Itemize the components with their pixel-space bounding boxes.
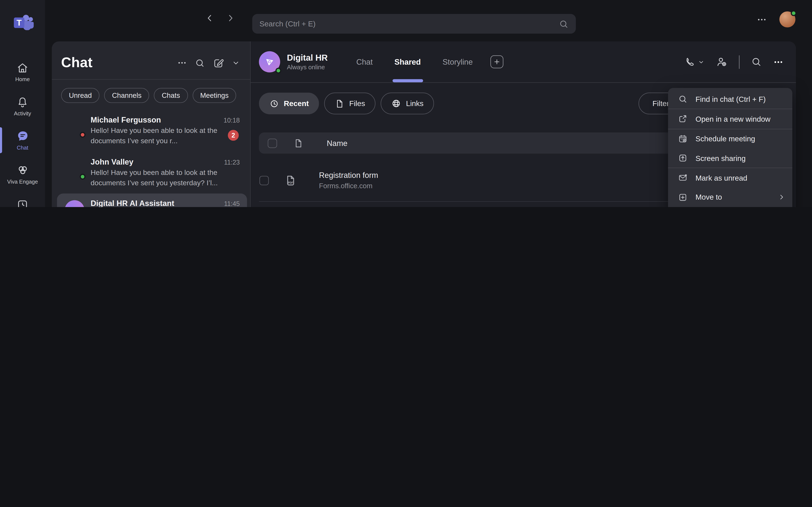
active-tab-underline bbox=[393, 79, 423, 82]
view-button-label: Files bbox=[349, 99, 365, 108]
add-tab-button[interactable] bbox=[490, 55, 503, 68]
chat-item-name: Digital HR AI Assistant bbox=[91, 199, 220, 207]
svg-text:PDF: PDF bbox=[288, 181, 293, 184]
app-sidebar: T HomeActivityChatViva EngageShiftsAppro… bbox=[0, 0, 45, 207]
sidebar-item-shifts[interactable]: Shifts bbox=[0, 191, 45, 207]
view-button-label: Recent bbox=[284, 99, 309, 108]
menu-item-label: Screen sharing bbox=[696, 154, 746, 162]
new-chat-icon[interactable] bbox=[213, 57, 224, 69]
menu-item-label: Mark as unread bbox=[696, 174, 747, 182]
chat-item-preview: Hello! Have you been able to look at the… bbox=[91, 167, 240, 188]
viva-engage-icon bbox=[16, 164, 29, 176]
search-icon bbox=[559, 19, 569, 29]
view-button-label: Links bbox=[406, 99, 423, 108]
forward-button[interactable] bbox=[226, 13, 235, 23]
mail-unread-icon bbox=[677, 173, 688, 183]
conversation-title: Digital HR bbox=[287, 53, 348, 63]
globe-icon bbox=[391, 98, 401, 109]
avatar bbox=[65, 117, 84, 136]
move-to-icon bbox=[677, 192, 688, 202]
menu-item-mark-as-unread[interactable]: Mark as unread bbox=[668, 168, 792, 187]
select-all-checkbox[interactable] bbox=[268, 138, 277, 148]
shifts-icon bbox=[16, 199, 28, 207]
links-view-button[interactable]: Links bbox=[380, 93, 434, 114]
sidebar-item-label: Home bbox=[15, 76, 30, 82]
tab-storyline[interactable]: Storyline bbox=[443, 41, 473, 82]
file-icon bbox=[335, 99, 345, 109]
menu-item-label: Open in a new window bbox=[696, 115, 770, 123]
menu-item-open-in-a-new-window[interactable]: Open in a new window bbox=[668, 109, 792, 128]
avatar-image bbox=[65, 200, 84, 207]
chat-item-name: Michael Fergusson bbox=[91, 115, 219, 124]
chat-item-time: 11:45 bbox=[224, 200, 240, 207]
chat-list: Michael Fergusson10:18Hello! Have you be… bbox=[52, 109, 250, 207]
tab-shared[interactable]: Shared bbox=[394, 41, 421, 82]
files-view-button[interactable]: Files bbox=[324, 93, 375, 114]
row-text: Registration formForms.office.com bbox=[319, 171, 378, 190]
menu-item-label: Move to bbox=[696, 193, 722, 201]
conversation-status: Always online bbox=[287, 64, 348, 71]
settings-more-icon[interactable] bbox=[757, 14, 767, 24]
call-button[interactable] bbox=[684, 56, 704, 67]
sidebar-item-home[interactable]: Home bbox=[0, 55, 45, 89]
menu-item-screen-sharing[interactable]: Screen sharing bbox=[668, 149, 792, 168]
svg-text:T: T bbox=[16, 18, 21, 27]
filter-chip-channels[interactable]: Channels bbox=[104, 88, 149, 103]
sidebar-item-activity[interactable]: Activity bbox=[0, 89, 45, 123]
chat-panel-title: Chat bbox=[61, 55, 177, 71]
chat-list-item[interactable]: John Valley11:23Hello! Have you been abl… bbox=[57, 152, 247, 193]
chat-item-body: John Valley11:23Hello! Have you been abl… bbox=[91, 157, 240, 193]
sidebar-item-label: Viva Engage bbox=[7, 178, 38, 185]
menu-item-schedule-meeting[interactable]: Schedule meeting bbox=[668, 129, 792, 148]
clock-icon bbox=[269, 99, 279, 109]
chevron-down-icon[interactable] bbox=[232, 59, 240, 67]
row-checkbox[interactable] bbox=[259, 176, 269, 185]
filter-chip-chats[interactable]: Chats bbox=[154, 88, 188, 103]
sidebar-item-viva-engage[interactable]: Viva Engage bbox=[0, 157, 45, 191]
search-icon bbox=[677, 94, 688, 104]
tab-chat[interactable]: Chat bbox=[356, 41, 373, 82]
sidebar-item-chat[interactable]: Chat bbox=[0, 123, 45, 157]
filter-chip-meetings[interactable]: Meetings bbox=[192, 88, 237, 103]
add-people-icon[interactable] bbox=[716, 56, 727, 68]
presence-indicator bbox=[80, 174, 86, 179]
chat-item-time: 11:23 bbox=[224, 159, 240, 166]
chat-list-item[interactable]: Michael Fergusson10:18Hello! Have you be… bbox=[57, 110, 247, 152]
chat-item-body: Digital HR AI Assistant11:45Great! I've … bbox=[91, 199, 240, 207]
tab-label: Storyline bbox=[443, 57, 473, 66]
file-source: Forms.office.com bbox=[319, 182, 378, 190]
menu-item-label: Schedule meeting bbox=[696, 134, 755, 143]
menu-item-find-in-chat-ctrl-f[interactable]: Find in chat (Ctrl + F) bbox=[668, 90, 792, 109]
chevron-right-icon bbox=[778, 193, 785, 201]
back-button[interactable] bbox=[205, 13, 214, 23]
chat-item-name: John Valley bbox=[91, 157, 220, 166]
conversation-avatar[interactable] bbox=[259, 51, 280, 72]
divider bbox=[739, 55, 740, 69]
home-icon bbox=[16, 62, 28, 74]
conversation-context-menu: Find in chat (Ctrl + F)Open in a new win… bbox=[668, 88, 792, 207]
screen-share-icon bbox=[677, 153, 688, 163]
chat-more-icon[interactable] bbox=[177, 58, 187, 68]
teams-logo-icon: T bbox=[11, 10, 35, 34]
tab-label: Shared bbox=[394, 57, 421, 66]
global-search-input[interactable]: Search (Ctrl + E) bbox=[252, 14, 576, 34]
chat-list-panel: Chat UnreadChannelsChatsMeetings Michael… bbox=[52, 41, 251, 207]
recent-view-button[interactable]: Recent bbox=[259, 93, 319, 114]
file-name: Registration form bbox=[319, 171, 378, 180]
menu-item-label: Find in chat (Ctrl + F) bbox=[696, 95, 766, 103]
chevron-down-icon bbox=[698, 59, 704, 65]
sidebar-item-label: Chat bbox=[17, 144, 28, 151]
search-placeholder: Search (Ctrl + E) bbox=[259, 20, 559, 28]
menu-item-move-to[interactable]: Move to bbox=[668, 187, 792, 207]
avatar bbox=[65, 200, 84, 207]
profile-avatar[interactable] bbox=[779, 11, 796, 27]
conversation-more-icon[interactable] bbox=[773, 57, 783, 67]
avatar bbox=[65, 159, 84, 178]
filter-chip-unread[interactable]: Unread bbox=[61, 88, 100, 103]
conversation-header: Digital HR Always online ChatSharedStory… bbox=[251, 41, 796, 83]
chat-list-item[interactable]: Digital HR AI Assistant11:45Great! I've … bbox=[57, 193, 247, 207]
chat-icon bbox=[16, 130, 29, 143]
chat-search-icon[interactable] bbox=[195, 58, 205, 68]
find-in-conversation-icon[interactable] bbox=[751, 56, 762, 67]
unread-badge: 2 bbox=[228, 130, 239, 141]
